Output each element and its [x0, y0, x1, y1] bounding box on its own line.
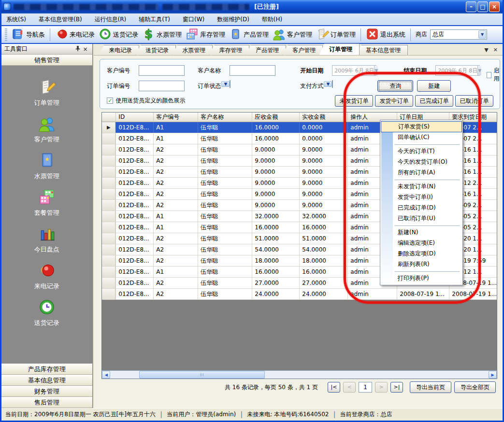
menu-aux-tools[interactable]: 辅助工具(T)	[139, 15, 170, 24]
menu-system[interactable]: 系统(S)	[6, 15, 26, 24]
chevron-down-icon[interactable]: ▼	[221, 81, 230, 87]
horizontal-scrollbar[interactable]: ◀ ▶	[102, 370, 497, 379]
chevron-down-icon[interactable]: ▼	[478, 30, 486, 39]
sidebar-item-daily-stock[interactable]: 今日盘点	[34, 225, 59, 254]
sidebar-group-finance[interactable]: 财务管理	[1, 386, 92, 397]
row-selector-cell[interactable]	[102, 178, 115, 188]
menu-basic-info[interactable]: 基本信息管理(B)	[39, 15, 82, 24]
start-date-picker[interactable]: 2009年 6月 8日 ▼	[332, 65, 376, 76]
order-status-select[interactable]: ▼	[230, 81, 275, 91]
close-icon[interactable]: ×	[82, 46, 89, 53]
last-page-button[interactable]: >|	[390, 382, 403, 393]
menu-run-info[interactable]: 运行信息(R)	[95, 15, 127, 24]
menu-window[interactable]: 窗口(W)	[183, 15, 204, 24]
sidebar-group-product-inventory[interactable]: 产品库存管理	[1, 364, 92, 375]
chevron-down-icon[interactable]: ▼	[477, 66, 481, 75]
enable-checkbox-row[interactable]: 启用	[487, 67, 501, 83]
scroll-right-icon[interactable]: ▶	[489, 371, 497, 379]
prev-page-button[interactable]: <	[343, 382, 356, 393]
sidebar-group-basic-info[interactable]: 基本信息管理	[1, 375, 92, 386]
row-selector-cell[interactable]	[102, 255, 115, 266]
end-date-picker[interactable]: 2009年 6月 8日 ▼	[435, 65, 480, 76]
shipping-orders-button[interactable]: 发货中订单	[375, 95, 413, 107]
context-menu-item[interactable]: 已完成订单(D)	[380, 203, 462, 213]
column-header-id[interactable]: ID	[115, 113, 153, 122]
row-selector-cell[interactable]	[102, 211, 115, 222]
column-header-received[interactable]: 实收金额	[299, 113, 347, 122]
sidebar-item-delivery-records[interactable]: 送货记录	[34, 298, 59, 327]
first-page-button[interactable]: |<	[328, 382, 340, 393]
close-button[interactable]: ×	[489, 1, 500, 12]
scrollbar-thumb[interactable]	[139, 371, 265, 379]
row-selector-cell[interactable]	[102, 278, 115, 288]
tab-call-records[interactable]: 来电记录	[99, 45, 139, 55]
context-menu-item[interactable]: 今天的订单(T)	[380, 146, 462, 157]
cancelled-orders-button[interactable]: 已取消订单	[455, 95, 493, 107]
minimize-button[interactable]: –	[466, 1, 476, 12]
column-header-receivable[interactable]: 应收金额	[252, 113, 299, 122]
export-all-pages-button[interactable]: 导出全部页	[454, 381, 496, 393]
sidebar-item-customer[interactable]: 客户管理	[34, 115, 59, 144]
export-current-page-button[interactable]: 导出当前页	[410, 381, 451, 393]
context-menu-item[interactable]: 打印列表(P)	[380, 273, 462, 284]
context-menu-item[interactable]: 新建(N)	[380, 227, 462, 238]
customer-name-input[interactable]	[230, 65, 275, 76]
context-menu-item[interactable]: 未发货订单(N)	[380, 182, 462, 192]
row-selector-cell[interactable]	[102, 289, 115, 299]
menu-help[interactable]: 帮助(H)	[262, 15, 282, 24]
toolbar-navigator-button[interactable]: 导航条	[10, 27, 47, 43]
color-checkbox-row[interactable]: ✓ 使用送货员定义的颜色展示	[107, 97, 185, 105]
tab-inventory[interactable]: 库存管理	[209, 45, 249, 55]
toolbar-delivery-records-button[interactable]: 送货记录	[97, 27, 140, 43]
toolbar-customer-button[interactable]: 客户管理	[271, 27, 314, 43]
sidebar-item-water-ticket[interactable]: 水票管理	[34, 152, 59, 181]
store-select[interactable]: 总店 ▼	[430, 29, 487, 40]
chevron-down-icon[interactable]: ▼	[374, 66, 378, 75]
row-selector-cell[interactable]	[102, 167, 115, 177]
column-header-customer-no[interactable]: 客户编号	[153, 113, 198, 122]
tab-close-icon[interactable]: ✕	[493, 47, 498, 53]
toolbar-order-button[interactable]: 订单管理	[314, 27, 358, 43]
context-menu-item[interactable]: 刷新列表(R)	[380, 259, 462, 270]
tab-list-chevron-icon[interactable]: ▼	[484, 47, 488, 53]
context-menu-item[interactable]: 发货中订单(I)	[380, 192, 462, 203]
page-number-input[interactable]	[359, 382, 372, 393]
context-menu-item[interactable]: 所有的订单(A)	[380, 168, 462, 178]
tab-product[interactable]: 产品管理	[245, 45, 286, 55]
pay-method-select[interactable]: ▼	[332, 81, 376, 91]
row-selector-cell[interactable]	[102, 200, 115, 211]
toolbar-inventory-button[interactable]: 库存管理	[184, 27, 227, 43]
row-selector-cell[interactable]	[102, 144, 115, 155]
row-selector-cell[interactable]	[102, 189, 115, 199]
context-menu-item[interactable]: 编辑选定项(E)	[380, 238, 462, 249]
customer-no-input[interactable]	[139, 65, 185, 76]
context-menu-item[interactable]: 已取消订单(U)	[380, 213, 462, 224]
toolbar-call-records-button[interactable]: 来电记录	[53, 27, 97, 43]
toolbar-product-button[interactable]: 产品管理	[227, 27, 271, 43]
tab-order[interactable]: 订单管理	[319, 43, 360, 55]
toolbar-water-ticket-button[interactable]: $ 水票管理	[140, 27, 184, 43]
row-selector-cell[interactable]	[102, 222, 115, 233]
row-selector-cell[interactable]: ▶	[102, 122, 115, 133]
sidebar-item-order[interactable]: 订单管理	[34, 78, 59, 107]
row-selector-cell[interactable]	[102, 244, 115, 255]
context-menu-item[interactable]: 回单确认(C)	[380, 132, 462, 143]
sidebar-group-sales[interactable]: 销售管理	[1, 55, 92, 66]
context-menu-item[interactable]: 今天的发货订单(O)	[380, 157, 462, 168]
chevron-down-icon[interactable]: ▼	[324, 81, 332, 87]
new-button[interactable]: 新建	[417, 80, 451, 92]
sidebar-item-package[interactable]: 套餐管理	[34, 188, 59, 217]
toolbar-exit-button[interactable]: 退出系统	[364, 27, 407, 43]
tab-basic-info[interactable]: 基本信息管理	[356, 45, 408, 55]
row-selector-cell[interactable]	[102, 267, 115, 277]
color-checkbox[interactable]: ✓	[107, 98, 113, 104]
sidebar-group-after-sales[interactable]: 售后管理	[1, 397, 92, 408]
menu-data-maintenance[interactable]: 数据维护(D)	[217, 15, 249, 24]
tab-water-ticket[interactable]: 水票管理	[172, 45, 213, 55]
row-selector-cell[interactable]	[102, 233, 115, 244]
context-menu-item[interactable]: 删除选定项(D)	[380, 249, 462, 259]
enable-checkbox[interactable]	[487, 72, 491, 78]
next-page-button[interactable]: >	[375, 382, 388, 393]
tab-delivery-records[interactable]: 送货记录	[135, 45, 176, 55]
table-row[interactable]: 012D-E8...A2伍华聪24.000024.0000admin2008-0…	[102, 289, 497, 300]
